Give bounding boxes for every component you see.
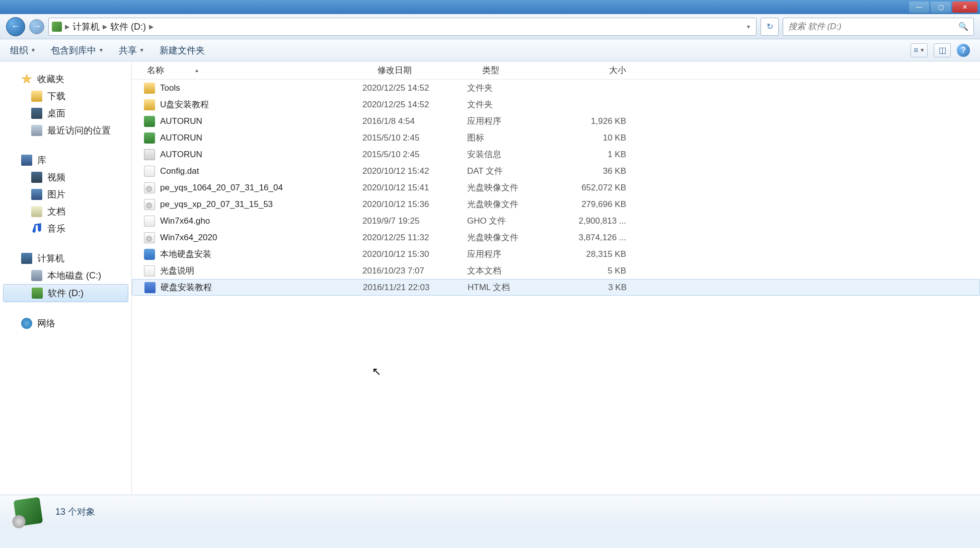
refresh-button[interactable]: ↻ [761,18,779,36]
drive-icon [32,288,43,299]
file-row[interactable]: AUTORUN2016/1/8 4:54应用程序1,926 KB [132,113,980,129]
file-icon [144,216,155,227]
search-box[interactable]: 🔍 [783,18,974,36]
file-date: 2016/11/21 22:03 [363,283,468,293]
file-date: 2020/12/25 14:52 [362,83,467,93]
network-icon [21,318,32,329]
file-row[interactable]: pe_yqs_xp_20_07_31_15_532020/10/12 15:36… [132,196,980,213]
file-name: Win7x64.gho [160,216,210,226]
sidebar-favorites[interactable]: 收藏夹 [0,71,131,88]
file-name: Win7x64_2020 [160,233,217,243]
file-name: Tools [160,83,180,93]
minimize-button[interactable]: — [909,2,929,13]
music-icon [31,223,42,234]
sidebar-computer[interactable]: 计算机 [0,250,131,267]
search-icon[interactable]: 🔍 [958,22,968,31]
column-date[interactable]: 修改日期 [362,64,467,76]
sidebar-item-music[interactable]: 音乐 [0,220,131,237]
chevron-right-icon[interactable]: ▶ [103,23,107,30]
file-size: 1,926 KB [572,116,636,126]
star-icon [21,74,32,85]
sidebar-item-desktop[interactable]: 桌面 [0,105,131,122]
back-button[interactable]: ← [6,17,25,36]
file-date: 2015/5/10 2:45 [362,133,467,143]
file-row[interactable]: Config.dat2020/10/12 15:42DAT 文件36 KB [132,163,980,179]
drive-icon [52,22,62,32]
file-type: 光盘映像文件 [467,182,572,193]
picture-icon [31,189,42,200]
toolbar: 组织▼ 包含到库中▼ 共享▼ 新建文件夹 ≡ ▼ ◫ ? [0,39,980,61]
address-dropdown-icon[interactable]: ▾ [744,23,753,30]
close-button[interactable]: ✕ [952,2,977,13]
file-row[interactable]: pe_yqs_1064_20_07_31_16_042020/10/12 15:… [132,179,980,196]
exe-icon [144,116,155,127]
file-type: 图标 [467,132,572,144]
help-button[interactable]: ? [957,44,970,57]
breadcrumb-drive[interactable]: 软件 (D:) [110,21,146,33]
sidebar-network[interactable]: 网络 [0,315,131,332]
sidebar: 收藏夹 下载 桌面 最近访问的位置 库 视频 图片 文档 音乐 计算机 本地磁盘… [0,61,132,495]
file-row[interactable]: 本地硬盘安装2020/10/12 15:30应用程序28,315 KB [132,246,980,262]
file-date: 2020/12/25 14:52 [362,100,467,110]
column-type[interactable]: 类型 [467,64,572,76]
column-size[interactable]: 大小 [572,64,636,76]
sidebar-item-videos[interactable]: 视频 [0,169,131,186]
main-area: 收藏夹 下载 桌面 最近访问的位置 库 视频 图片 文档 音乐 计算机 本地磁盘… [0,61,980,495]
sidebar-item-documents[interactable]: 文档 [0,203,131,220]
file-type: 文件夹 [467,99,572,110]
breadcrumb-computer[interactable]: 计算机 [72,21,100,33]
share-menu[interactable]: 共享▼ [119,44,144,56]
sidebar-item-downloads[interactable]: 下载 [0,88,131,105]
file-row[interactable]: 光盘说明2016/10/23 7:07文本文档5 KB [132,262,980,279]
html-icon [144,282,156,293]
status-text: 13 个对象 [55,506,95,518]
file-size: 10 KB [572,133,636,143]
sidebar-item-drive-d[interactable]: 软件 (D:) [3,284,128,302]
address-bar[interactable]: ▶ 计算机 ▶ 软件 (D:) ▶ ▾ [48,18,757,36]
file-name: 光盘说明 [160,265,194,277]
iso-icon [144,232,155,243]
organize-menu[interactable]: 组织▼ [10,44,36,56]
sidebar-item-pictures[interactable]: 图片 [0,186,131,203]
view-mode-button[interactable]: ≡ ▼ [911,43,928,57]
recent-icon [31,125,42,136]
file-row[interactable]: 硬盘安装教程2016/11/21 22:03HTML 文档3 KB [132,279,980,296]
file-date: 2019/9/7 19:25 [362,216,467,226]
chevron-down-icon: ▼ [99,47,104,53]
forward-button[interactable]: → [29,19,44,34]
file-row[interactable]: Win7x64_20202020/12/25 11:32光盘映像文件3,874,… [132,229,980,246]
file-row[interactable]: U盘安装教程2020/12/25 14:52文件夹 [132,96,980,113]
library-icon [21,155,32,166]
folder-icon [144,99,155,110]
folder-icon [31,91,42,102]
search-input[interactable] [788,22,958,32]
column-headers: 名称▲ 修改日期 类型 大小 [132,61,980,80]
maximize-button[interactable]: ▢ [931,2,951,13]
file-name: pe_yqs_1064_20_07_31_16_04 [160,183,283,193]
include-library-menu[interactable]: 包含到库中▼ [51,44,104,56]
sidebar-item-drive-c[interactable]: 本地磁盘 (C:) [0,267,131,284]
file-row[interactable]: Tools2020/12/25 14:52文件夹 [132,80,980,96]
titlebar: — ▢ ✕ [0,0,980,14]
file-type: 文件夹 [467,82,572,94]
file-row[interactable]: AUTORUN2015/5/10 2:45图标10 KB [132,129,980,146]
preview-pane-button[interactable]: ◫ [934,43,951,57]
file-row[interactable]: Win7x64.gho2019/9/7 19:25GHO 文件2,900,813… [132,213,980,229]
sidebar-libraries[interactable]: 库 [0,152,131,169]
video-icon [31,172,42,183]
chevron-down-icon: ▼ [920,47,925,53]
file-date: 2020/10/12 15:42 [362,166,467,176]
sidebar-item-recent[interactable]: 最近访问的位置 [0,122,131,139]
file-name: AUTORUN [160,150,202,160]
chevron-right-icon[interactable]: ▶ [149,23,154,30]
chevron-down-icon: ▼ [139,47,144,53]
file-size: 28,315 KB [572,249,636,259]
file-row[interactable]: AUTORUN2015/5/10 2:45安装信息1 KB [132,146,980,163]
file-type: 光盘映像文件 [467,198,572,210]
file-type: 安装信息 [467,149,572,160]
file-name: pe_yqs_xp_20_07_31_15_53 [160,199,273,210]
new-folder-button[interactable]: 新建文件夹 [160,44,205,56]
chevron-right-icon[interactable]: ▶ [65,23,69,30]
column-name[interactable]: 名称▲ [132,64,362,76]
file-date: 2020/10/12 15:30 [362,249,467,259]
